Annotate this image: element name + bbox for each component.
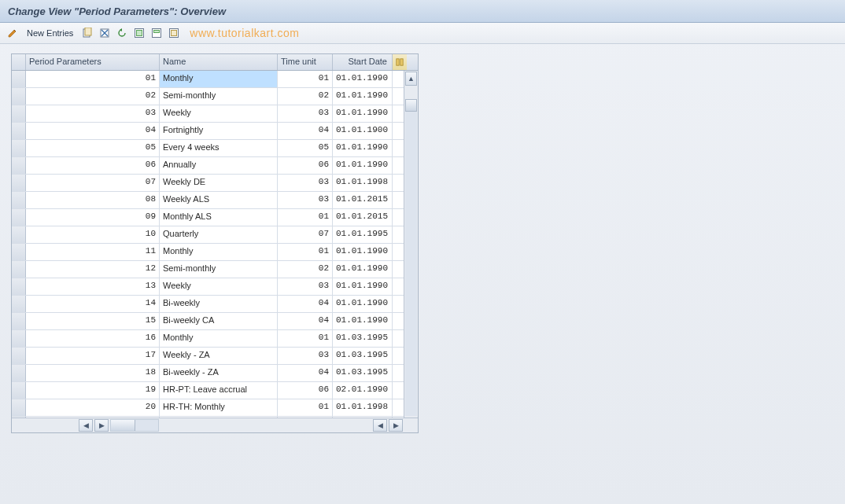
row-selector[interactable] — [12, 88, 26, 105]
cell-period-parameters[interactable]: 03 — [26, 105, 160, 122]
cell-period-parameters[interactable]: 13 — [26, 278, 160, 295]
cell-period-parameters[interactable]: 08 — [26, 192, 160, 208]
column-header-time-unit[interactable]: Time unit — [278, 54, 333, 70]
row-selector[interactable] — [12, 382, 26, 399]
row-selector[interactable] — [12, 244, 26, 260]
hscroll-left-button-2[interactable]: ◀ — [373, 419, 387, 432]
cell-start-date[interactable]: 01.01.1990 — [333, 278, 393, 295]
cell-time-unit[interactable]: 04 — [278, 123, 333, 139]
new-entries-button[interactable]: New Entries — [24, 28, 76, 38]
row-selector[interactable] — [12, 417, 26, 418]
cell-time-unit[interactable]: 04 — [278, 296, 333, 312]
cell-time-unit[interactable]: 06 — [278, 382, 333, 399]
cell-start-date[interactable]: 01.01.2015 — [333, 192, 393, 208]
select-block-icon[interactable] — [150, 27, 163, 39]
cell-name[interactable]: Weekly — [160, 278, 278, 295]
toggle-change-display-icon[interactable] — [6, 27, 19, 39]
cell-time-unit[interactable]: 02 — [278, 261, 333, 278]
cell-time-unit[interactable]: 01 — [278, 399, 333, 416]
cell-start-date[interactable]: 01.01.1995 — [333, 226, 393, 243]
cell-period-parameters[interactable]: 07 — [26, 175, 160, 191]
cell-start-date[interactable]: 01.01.1998 — [333, 175, 393, 191]
cell-period-parameters[interactable]: 04 — [26, 123, 160, 139]
vertical-scrollbar[interactable]: ▲ ▼ — [404, 71, 418, 418]
cell-start-date[interactable]: 01.01.1990 — [333, 140, 393, 156]
cell-name[interactable]: Weekly - ZA — [160, 348, 278, 364]
configure-columns-icon[interactable] — [393, 54, 407, 70]
cell-name[interactable]: HR-PT: Leave accrual — [160, 382, 278, 399]
horizontal-scrollbar[interactable]: ◀ ▶ ◀ ▶ — [12, 418, 418, 432]
cell-time-unit[interactable]: 06 — [278, 157, 333, 174]
row-selector[interactable] — [12, 192, 26, 208]
cell-name[interactable]: Semi-monthly — [160, 261, 278, 278]
cell-period-parameters[interactable]: 18 — [26, 365, 160, 381]
cell-time-unit[interactable]: 03 — [278, 192, 333, 208]
cell-start-date[interactable]: 01.01.1990 — [333, 157, 393, 174]
column-header-name[interactable]: Name — [160, 54, 278, 70]
cell-time-unit[interactable]: 03 — [278, 105, 333, 122]
cell-start-date[interactable]: 01.01.1990 — [333, 296, 393, 312]
cell-name[interactable]: Bi-weekly — [160, 296, 278, 312]
row-selector[interactable] — [12, 365, 26, 381]
cell-start-date[interactable]: 01.01.1990 — [333, 244, 393, 260]
cell-start-date[interactable]: 01.01.1990 — [333, 88, 393, 105]
cell-start-date[interactable]: 01.01.1998 — [333, 399, 393, 416]
cell-period-parameters[interactable]: 20 — [26, 399, 160, 416]
cell-name[interactable]: Monthly ALS — [160, 209, 278, 226]
column-header-start-date[interactable]: Start Date — [333, 54, 393, 70]
row-selector[interactable] — [12, 123, 26, 139]
hscroll-right-button-2[interactable]: ▶ — [389, 419, 403, 432]
row-selector[interactable] — [12, 226, 26, 243]
cell-start-date[interactable]: 01.01.2015 — [333, 209, 393, 226]
cell-name[interactable]: Weekly ALS — [160, 192, 278, 208]
cell-name[interactable]: Bi-weekly CA — [160, 313, 278, 329]
cell-time-unit[interactable]: 04 — [278, 365, 333, 381]
cell-start-date[interactable]: 01.01.1990 — [333, 261, 393, 278]
row-selector[interactable] — [12, 157, 26, 174]
cell-period-parameters[interactable]: 05 — [26, 140, 160, 156]
cell-start-date[interactable]: 01.03.1995 — [333, 330, 393, 347]
cell-time-unit[interactable]: 04 — [278, 417, 333, 418]
cell-start-date[interactable]: 01.01.1900 — [333, 123, 393, 139]
cell-period-parameters[interactable]: 02 — [26, 88, 160, 105]
column-header-period-parameters[interactable]: Period Parameters — [26, 54, 160, 70]
cell-period-parameters[interactable]: 15 — [26, 313, 160, 329]
cell-name[interactable]: Annually — [160, 157, 278, 174]
delete-icon[interactable] — [98, 27, 111, 39]
cell-name[interactable]: Weekly DE — [160, 175, 278, 191]
vertical-scroll-track[interactable] — [405, 99, 417, 416]
undo-change-icon[interactable] — [116, 27, 128, 39]
row-selector[interactable] — [12, 313, 26, 329]
cell-period-parameters[interactable]: 06 — [26, 157, 160, 174]
cell-period-parameters[interactable]: 10 — [26, 226, 160, 243]
cell-period-parameters[interactable]: 14 — [26, 296, 160, 312]
row-selector[interactable] — [12, 261, 26, 278]
scroll-up-button[interactable]: ▲ — [405, 72, 417, 86]
cell-period-parameters[interactable]: 11 — [26, 244, 160, 260]
deselect-all-icon[interactable] — [168, 27, 180, 39]
vertical-scroll-thumb[interactable] — [405, 99, 417, 112]
cell-start-date[interactable]: 01.03.1995 — [333, 348, 393, 364]
row-selector[interactable] — [12, 399, 26, 416]
cell-name[interactable]: Monthly — [160, 330, 278, 347]
row-selector[interactable] — [12, 71, 26, 87]
cell-name[interactable]: Monthly — [160, 71, 278, 87]
cell-time-unit[interactable]: 01 — [278, 209, 333, 226]
cell-name[interactable]: Fortnightly — [160, 123, 278, 139]
cell-name[interactable]: Every 4 weeks — [160, 140, 278, 156]
cell-time-unit[interactable]: 03 — [278, 175, 333, 191]
row-selector[interactable] — [12, 296, 26, 312]
cell-period-parameters[interactable]: 09 — [26, 209, 160, 226]
cell-start-date[interactable]: 01.01.1990 — [333, 105, 393, 122]
hscroll-right-button-1[interactable]: ▶ — [94, 419, 109, 432]
row-selector[interactable] — [12, 209, 26, 226]
cell-name[interactable]: Bi-weekly - ZA — [160, 365, 278, 381]
row-selector[interactable] — [12, 140, 26, 156]
cell-start-date[interactable]: 02.01.1990 — [333, 382, 393, 399]
cell-start-date[interactable]: 01.01.1998 — [333, 417, 393, 418]
cell-time-unit[interactable]: 04 — [278, 313, 333, 329]
cell-time-unit[interactable]: 03 — [278, 278, 333, 295]
cell-time-unit[interactable]: 02 — [278, 88, 333, 105]
cell-start-date[interactable]: 01.03.1995 — [333, 365, 393, 381]
column-header-selector[interactable] — [12, 54, 26, 70]
